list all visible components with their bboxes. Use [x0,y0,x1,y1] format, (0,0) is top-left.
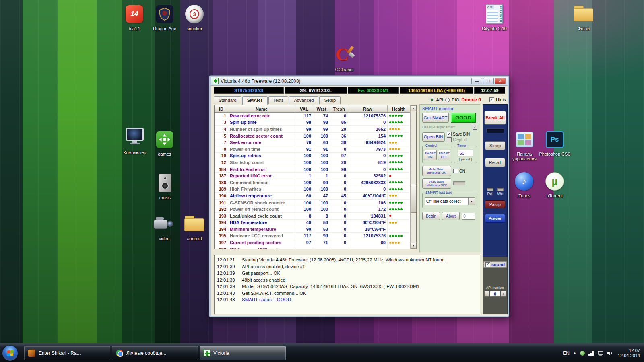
desktop-icon-15[interactable]: µuTorrent [538,171,572,198]
begin-button[interactable]: Begin [422,212,440,220]
column-header-val[interactable]: VAL [295,105,313,113]
smart-attribute-row[interactable]: 193Load/unload cycle count880184831 [215,213,410,220]
scroll-up-arrow-icon[interactable]: ▲ [411,105,416,111]
smart-attribute-row[interactable]: 195Hardware ECC recovered117990121075376 [215,233,410,240]
smart-attribute-row[interactable]: 10Spin-up retries100100970 [215,153,410,160]
desktop-icon-3[interactable]: 3snooker [178,3,211,31]
open-bin-button[interactable]: Open BIN [422,132,445,142]
abort-button[interactable]: Abort [442,212,460,220]
column-header-name[interactable]: Name [228,105,295,113]
smart-attribute-row[interactable]: 1Raw read error rate117746121075376 [215,113,410,119]
maximize-button[interactable]: ▢ [483,78,494,84]
smart-attribute-row[interactable]: 4Number of spin-up times9999201652 [215,126,410,133]
smart-attribute-row[interactable]: 5Reallocated sector count10010036154 [215,133,410,140]
desktop-icon-9[interactable]: music [148,172,182,200]
smart-attribute-row[interactable]: 198Off-line scan UNC sectors- [215,246,410,249]
taskbar-button-chrome[interactable]: Личные сообще... [112,346,198,360]
smart-attribute-row[interactable]: 3Spin-up time9898850 [215,119,410,126]
crypt-id-checkbox[interactable] [447,137,452,142]
smart-attribute-row[interactable]: 194Minimum temperature9053018°C/64°F- [215,226,410,233]
desktop-icon-label: music [148,195,182,200]
smart-attribute-row[interactable]: 12Start/stop count10010020819 [215,159,410,166]
language-indicator[interactable]: EN [563,350,570,356]
desktop-icon-6[interactable]: Фотки [567,3,601,31]
desktop-icon-14[interactable]: ♪iTunes [507,171,541,198]
desktop-icon-5[interactable]: 2.10CITYINFOCityInfo 2.10 [477,3,511,31]
window-titlebar[interactable]: Victoria 4.46b Freeware (12.08.2008) ▬ ▢… [211,77,508,86]
autosave-on-checkbox[interactable] [453,169,458,173]
passp-button[interactable]: Passp [485,200,505,208]
pio-radio[interactable] [445,98,450,102]
get-smart-button[interactable]: Get SMART [422,113,449,123]
auto-save-on-button[interactable]: Auto Save attributes ON [422,166,451,176]
hidden-icons-arrow-icon[interactable]: ▲ [573,351,576,355]
utorrent-tray-icon[interactable] [580,351,585,356]
smart-attribute-row[interactable]: 9Power-on time919107973 [215,146,410,153]
auto-save-off-button[interactable]: Auto Save attributes OFF [422,178,451,189]
desktop-icon-11[interactable]: android [178,213,211,241]
tab-advanced[interactable]: Advanced [289,96,318,104]
api-minus-button[interactable]: - [484,291,489,297]
smart-attribute-row[interactable]: 188Command timeout1009904295032833 [215,179,410,186]
volume-icon[interactable] [607,351,613,356]
minimize-button[interactable]: ▬ [471,78,482,84]
smart-attribute-row[interactable]: 187Reported UNC error11032582 [215,173,410,179]
scroll-down-arrow-icon[interactable]: ▼ [411,243,416,249]
tab-smart[interactable]: SMART [242,96,268,105]
clock[interactable]: 12:07 12.04.2014 [618,348,640,358]
timer-input[interactable]: 60 [458,150,473,156]
taskbar-button-shikari[interactable]: Enter Shikari - Ra... [24,346,110,360]
desktop-icon-12[interactable]: Панель управления [508,129,541,161]
sound-checkbox[interactable]: ✓ [485,262,490,267]
smart-attribute-row[interactable]: 197Current pending sectors9771080 [215,239,410,246]
desktop-icon-2[interactable]: Dragon Age [148,3,182,31]
api-plus-button[interactable]: + [501,291,506,297]
column-header-wrst[interactable]: Wrst [313,105,330,113]
column-header-health[interactable]: Health [388,105,410,113]
desktop-icon-label: fifa14 [118,26,151,31]
window-clock: 12:07:59 [474,87,505,94]
test-select-dropdown[interactable]: Off-line data collect ▼ [425,197,475,205]
column-header-id[interactable]: ID [215,105,228,113]
smart-attribute-row[interactable]: 189High Fly writes10010000 [215,186,410,193]
dropdown-arrow-icon[interactable]: ▼ [468,198,475,205]
break-all-button[interactable]: Break All [484,111,506,125]
start-button[interactable] [2,346,18,361]
smart-attribute-row[interactable]: 190Airflow temperature60474540°C/104°F [215,193,410,200]
tab-tests[interactable]: Tests [268,96,289,104]
power-button[interactable]: Power [485,214,505,223]
tab-setup[interactable]: Setup [319,96,341,104]
close-button[interactable]: ✕ [495,78,506,84]
smart-on-button[interactable]: SMART ON [424,150,437,160]
display-icon[interactable] [598,351,603,356]
hints-checkbox[interactable]: ✓ [489,97,494,102]
network-icon[interactable] [588,351,594,356]
table-header: IDNameVALWrstTreshRawHealth [215,105,416,113]
table-scrollbar[interactable]: ▲ ▼ [410,105,416,249]
column-header-tresh[interactable]: Tresh [330,105,348,113]
smart-attribute-row[interactable]: 184End-to-End error100100990 [215,166,410,173]
desktop-icon-7[interactable]: Компьютер [118,127,152,155]
desktop-icon-8[interactable]: games [148,129,182,156]
ibm-smart-checkbox[interactable]: ✓ [473,125,477,130]
desktop-icon-4[interactable]: CCCleaner [328,44,361,72]
api-radio[interactable] [430,98,434,102]
sleep-button[interactable]: Sleep [485,141,505,150]
smart-attribute-row[interactable]: 191G-SENSOR shock counter1001000106 [215,200,410,206]
recall-button[interactable]: Recall [485,158,505,167]
tab-standard[interactable]: Standard [214,96,242,104]
desktop-icon-10[interactable]: video [147,213,181,241]
taskbar-button-victoria[interactable]: Victoria [200,346,286,360]
save-bin-checkbox[interactable]: ✓ [447,132,452,136]
column-header-raw[interactable]: Raw [348,105,388,113]
desktop-icon-1[interactable]: 14fifa14 [118,3,151,31]
sound-checkbox-row[interactable]: ✓ sound [483,261,507,268]
smart-attribute-row[interactable]: 7Seek error rate78603083494624 [215,139,410,146]
smart-attribute-row[interactable]: 194HDA Temperature4053040°C/104°F [215,220,410,226]
smart-off-button[interactable]: SMART OFF [438,150,451,160]
desktop-icon-13[interactable]: PsPhotoshop CS6 [538,129,572,156]
smart-attribute-row[interactable]: 192Power-off retract count1001000172 [215,206,410,213]
test-value-input[interactable]: 0 [462,213,475,220]
scrollbar-thumb[interactable] [411,184,416,213]
log-output[interactable]: 12:01:21Starting Victoria 4.46b Freeware… [214,255,480,314]
